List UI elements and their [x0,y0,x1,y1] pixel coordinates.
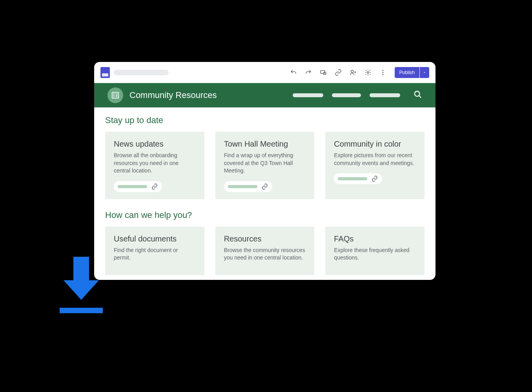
card-description: Browse all the onboarding resources you … [114,152,196,175]
chip-label-placeholder [228,185,257,188]
card-faqs[interactable]: FAQs Explore these frequently asked ques… [325,227,425,275]
svg-line-15 [419,96,421,98]
link-chip[interactable] [224,181,272,192]
link-chip[interactable] [334,173,382,184]
undo-icon[interactable] [288,67,299,78]
nav-link-placeholder[interactable] [293,93,323,97]
redo-icon[interactable] [303,67,314,78]
preview-icon[interactable] [318,67,329,78]
section-heading: How can we help you? [105,210,425,220]
nav-link-placeholder[interactable] [332,93,361,97]
link-icon [371,175,378,182]
card-town-hall[interactable]: Town Hall Meeting Find a wrap up of ever… [215,132,315,199]
svg-rect-18 [60,308,103,313]
card-description: Browse the community resources you need … [224,247,306,262]
site-logo-icon [107,87,123,103]
card-title: Community in color [334,140,416,149]
card-row: Useful documents Find the right document… [105,227,425,275]
card-community-color[interactable]: Community in color Explore pictures from… [325,132,425,199]
svg-rect-7 [112,93,119,98]
publish-button-group: Publish [395,67,429,78]
svg-point-4 [382,70,383,71]
chip-label-placeholder [338,177,367,180]
card-title: Town Hall Meeting [224,140,306,149]
card-description: Explore these frequently asked questions… [334,247,416,262]
link-icon[interactable] [333,67,344,78]
publish-button[interactable]: Publish [395,67,419,78]
gear-icon[interactable] [363,67,373,78]
card-title: Useful documents [114,234,196,243]
site-content: Stay up to date News updates Browse all … [94,107,435,275]
nav-link-placeholder[interactable] [370,93,400,97]
svg-point-6 [382,74,383,75]
card-description: Explore pictures from our recent communi… [334,152,416,167]
card-row: News updates Browse all the onboarding r… [105,132,425,199]
site-header: Community Resources [94,83,435,107]
card-description: Find a wrap up of everything covered at … [224,152,306,175]
publish-dropdown-caret[interactable] [420,67,429,78]
card-title: Resources [224,234,306,243]
link-icon [151,183,158,190]
nav-links [293,93,400,97]
svg-point-3 [367,71,369,73]
card-title: FAQs [334,234,416,243]
card-resources[interactable]: Resources Browse the community resources… [215,227,315,275]
sites-logo-icon[interactable] [100,67,110,78]
search-icon[interactable] [414,90,422,100]
svg-point-5 [382,72,383,73]
link-chip[interactable] [114,181,162,192]
card-title: News updates [114,140,196,149]
link-icon [261,183,268,190]
more-vertical-icon[interactable] [377,67,388,78]
toolbar: Publish [94,62,435,83]
share-person-icon[interactable] [348,67,359,78]
svg-point-14 [415,91,420,96]
site-title: Community Resources [129,90,217,100]
download-arrow-icon [60,257,103,314]
card-description: Find the right document or permit. [114,247,196,262]
chip-label-placeholder [118,185,147,188]
section-heading: Stay up to date [105,115,425,125]
document-title-placeholder[interactable] [114,70,169,75]
svg-point-2 [351,70,353,73]
card-news-updates[interactable]: News updates Browse all the onboarding r… [105,132,204,199]
svg-rect-16 [73,257,89,280]
card-useful-documents[interactable]: Useful documents Find the right document… [105,227,204,275]
svg-marker-17 [64,280,99,300]
editor-window: Publish Community Resources Stay up to d… [94,62,435,280]
